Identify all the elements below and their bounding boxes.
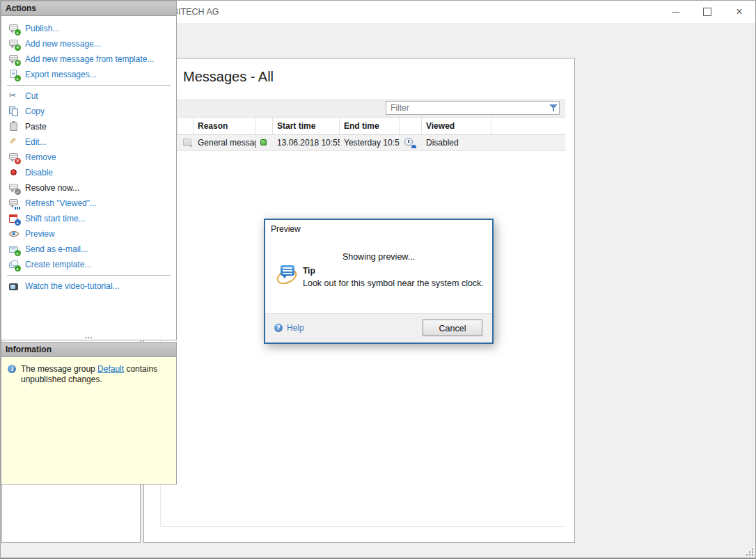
shift-start-time-icon [8, 213, 19, 224]
filter-band [148, 99, 565, 117]
information-panel: Information The message group Default co… [1, 342, 177, 485]
action-label: Disable [25, 168, 53, 178]
actions-separator [7, 85, 171, 86]
action-label: Remove [25, 152, 56, 162]
row-type-icon [182, 137, 194, 148]
info-icon [7, 364, 17, 374]
edit-icon [8, 136, 19, 148]
action-label: Create template... [25, 260, 91, 269]
export-messages-icon [8, 69, 19, 80]
help-link[interactable]: Help [274, 323, 304, 333]
paste-icon [8, 121, 19, 132]
resolve-now-icon [8, 182, 19, 194]
action-copy[interactable]: Copy [1, 104, 176, 119]
action-watch-the-video-tutorial[interactable]: Watch the video-tutorial... [1, 278, 176, 294]
tip-title: Tip [303, 266, 315, 276]
page-title: Messages - All [183, 69, 274, 85]
action-preview[interactable]: Preview [1, 226, 176, 242]
table-row[interactable]: General message 13.06.2018 10:55 Yesterd… [148, 135, 565, 151]
maximize-icon [703, 8, 711, 16]
action-publish[interactable]: Publish... [1, 21, 176, 36]
dialog-title: Preview [271, 224, 301, 234]
action-label: Resolve now... [25, 183, 79, 193]
messages-table: Reason Start time End time Viewed Genera… [148, 117, 565, 151]
action-label: Refresh "Viewed"... [25, 198, 97, 208]
action-label: Add new message... [25, 39, 101, 49]
refresh-viewed-icon [8, 198, 19, 209]
action-disable[interactable]: Disable [1, 165, 176, 180]
action-label: Export messages... [25, 70, 97, 79]
information-body: The message group Default contains unpub… [1, 357, 176, 392]
send-as-email-icon [8, 244, 19, 255]
filter-field[interactable] [386, 101, 560, 115]
action-refresh-viewed[interactable]: Refresh "Viewed"... [1, 196, 176, 211]
actions-list: Publish...Add new message...Add new mess… [1, 16, 176, 294]
action-send-as-e-mail[interactable]: Send as e-mail... [1, 242, 176, 257]
cell-start-time: 13.06.2018 10:55 [273, 138, 340, 148]
actions-separator [7, 275, 171, 276]
action-export-messages[interactable]: Export messages... [1, 67, 176, 82]
close-icon: × [736, 6, 742, 17]
help-icon [274, 323, 283, 333]
action-edit[interactable]: Edit... [1, 134, 176, 150]
tip-balloon-icon [276, 265, 299, 285]
default-group-link[interactable]: Default [97, 364, 124, 374]
tip-text: Look out for this symbol near the system… [303, 278, 484, 288]
viewed-clock-icon [404, 137, 415, 148]
panel-splitter-handle[interactable] [85, 337, 86, 338]
resize-grip[interactable] [752, 554, 753, 556]
add-message-template-icon [8, 54, 19, 65]
action-cut[interactable]: Cut [1, 88, 176, 104]
action-create-template[interactable]: Create template... [1, 257, 176, 272]
column-end-time[interactable]: End time [340, 118, 400, 134]
action-remove[interactable]: Remove [1, 150, 176, 165]
filter-funnel-icon[interactable] [548, 102, 559, 113]
actions-header: Actions [1, 1, 176, 16]
minimize-button[interactable] [659, 1, 691, 23]
column-start-time[interactable]: Start time [273, 118, 340, 134]
column-viewed[interactable]: Viewed [422, 118, 491, 134]
dialog-footer: Help Cancel [265, 313, 492, 343]
action-label: Preview [25, 229, 55, 239]
create-template-icon [8, 259, 19, 270]
close-button[interactable]: × [723, 1, 755, 23]
cell-viewed: Disabled [422, 138, 491, 148]
information-header: Information [1, 343, 176, 357]
disable-icon [8, 167, 19, 178]
action-label: Cut [25, 91, 38, 101]
action-label: Copy [25, 107, 45, 116]
preview-icon [8, 228, 19, 239]
remove-icon [8, 152, 19, 163]
information-text: The message group Default contains unpub… [21, 364, 171, 385]
dialog-status-text: Showing preview... [265, 252, 492, 262]
cut-icon [8, 90, 19, 102]
action-resolve-now[interactable]: Resolve now... [1, 180, 176, 196]
actions-panel: Actions Publish...Add new message...Add … [1, 1, 177, 340]
maximize-button[interactable] [691, 1, 723, 23]
minimize-icon [672, 12, 679, 13]
action-label: Paste [25, 122, 47, 132]
status-dot-icon [260, 139, 267, 145]
right-column: Actions Publish...Add new message...Add … [1, 1, 177, 486]
action-label: Add new message from template... [25, 54, 154, 64]
filter-input[interactable] [386, 103, 548, 113]
cell-reason: General message [194, 138, 256, 148]
action-label: Watch the video-tutorial... [25, 281, 120, 291]
action-label: Edit... [25, 137, 47, 147]
action-label: Shift start time... [25, 214, 86, 223]
status-bar [1, 543, 755, 558]
add-message-icon [8, 38, 19, 49]
publish-icon [8, 23, 19, 34]
copy-icon [8, 106, 19, 117]
action-add-new-message-from-template[interactable]: Add new message from template... [1, 52, 176, 67]
help-label: Help [287, 323, 304, 333]
action-paste[interactable]: Paste [1, 119, 176, 134]
table-header-row: Reason Start time End time Viewed [148, 117, 565, 135]
table-bottom-line [160, 526, 565, 527]
action-label: Send as e-mail... [25, 244, 88, 254]
column-reason[interactable]: Reason [194, 118, 256, 134]
action-shift-start-time[interactable]: Shift start time... [1, 211, 176, 226]
preview-dialog: Preview Showing preview... Tip Look out … [264, 219, 494, 344]
action-add-new-message[interactable]: Add new message... [1, 36, 176, 52]
cancel-button[interactable]: Cancel [423, 320, 482, 336]
